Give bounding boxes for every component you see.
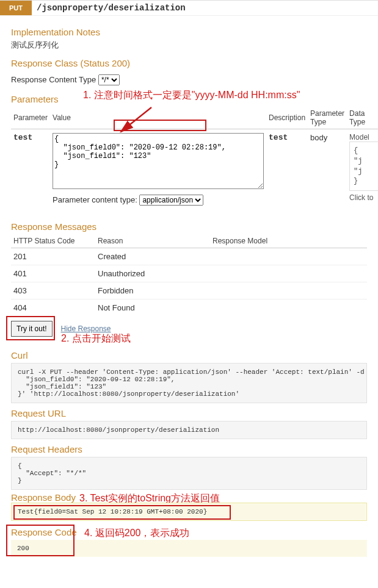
- annotation-4: 4. 返回码200，表示成功: [84, 527, 189, 540]
- response-class-title: Response Class (Status 200): [11, 58, 367, 68]
- param-desc: test: [266, 129, 308, 213]
- table-row: 403Forbidden: [11, 282, 367, 299]
- annotation-1: 1. 注意时间格式一定要是"yyyy-MM-dd HH:mm:ss": [83, 89, 300, 102]
- hide-response-link[interactable]: Hide Response: [60, 324, 111, 333]
- request-headers-title: Request Headers: [11, 444, 367, 454]
- param-name: test: [11, 129, 50, 213]
- svg-line-1: [121, 107, 151, 132]
- method-badge: PUT: [0, 1, 32, 15]
- path: /jsonproperty/deserialization: [32, 1, 191, 15]
- col-reason: Reason: [95, 234, 210, 248]
- response-code-title: Response Code: [11, 527, 77, 537]
- arrow-icon: [115, 105, 170, 142]
- content-type-select[interactable]: */*: [98, 74, 120, 85]
- response-body-title: Response Body: [11, 492, 76, 503]
- implementation-notes: 测试反序列化: [11, 40, 367, 51]
- table-row: 404Not Found: [11, 299, 367, 317]
- col-code: HTTP Status Code: [11, 234, 95, 248]
- model-box[interactable]: { "j "j}: [349, 142, 378, 191]
- request-url-box: http://localhost:8080/jsonproperty/deser…: [11, 421, 367, 439]
- curl-box: curl -X PUT --header 'Content-Type: appl…: [11, 363, 367, 403]
- click-to: Click to: [349, 193, 373, 202]
- request-url-title: Request URL: [11, 408, 367, 418]
- param-type: body: [308, 129, 347, 213]
- table-row: 401Unauthorized: [11, 265, 367, 282]
- response-messages-title: Response Messages: [11, 221, 367, 232]
- parameters-table: Parameter Value Description Parameter Ty…: [11, 107, 378, 213]
- annotation-2: 2. 点击开始测试: [61, 332, 131, 345]
- col-model: Response Model: [210, 234, 367, 248]
- content-type-row: Response Content Type */*: [11, 74, 367, 85]
- response-body-box: Test{field0=Sat Sep 12 10:28:19 GMT+08:0…: [11, 503, 367, 521]
- col-parameter: Parameter: [11, 107, 50, 129]
- pct-select[interactable]: application/json: [139, 195, 203, 206]
- col-ptype: Parameter Type: [308, 107, 347, 129]
- response-code-box: 200: [11, 540, 367, 557]
- implementation-notes-title: Implementation Notes: [11, 27, 367, 37]
- parameters-title: Parameters: [11, 94, 59, 104]
- curl-title: Curl: [11, 350, 367, 360]
- content-type-label: Response Content Type: [11, 75, 96, 84]
- request-headers-box: { "Accept": "*/*" }: [11, 457, 367, 490]
- model-label: Model: [349, 133, 369, 142]
- param-row: test Parameter content type: application…: [11, 129, 378, 213]
- col-dtype: Data Type: [347, 107, 378, 129]
- operation-header: PUT /jsonproperty/deserialization: [0, 0, 378, 16]
- response-messages-table: HTTP Status Code Reason Response Model 2…: [11, 234, 367, 316]
- operation-panel: Implementation Notes 测试反序列化 Response Cla…: [0, 16, 378, 565]
- pct-label: Parameter content type:: [53, 195, 137, 204]
- table-row: 201Created: [11, 248, 367, 265]
- col-description: Description: [266, 107, 308, 129]
- try-it-out-button[interactable]: Try it out!: [11, 321, 53, 337]
